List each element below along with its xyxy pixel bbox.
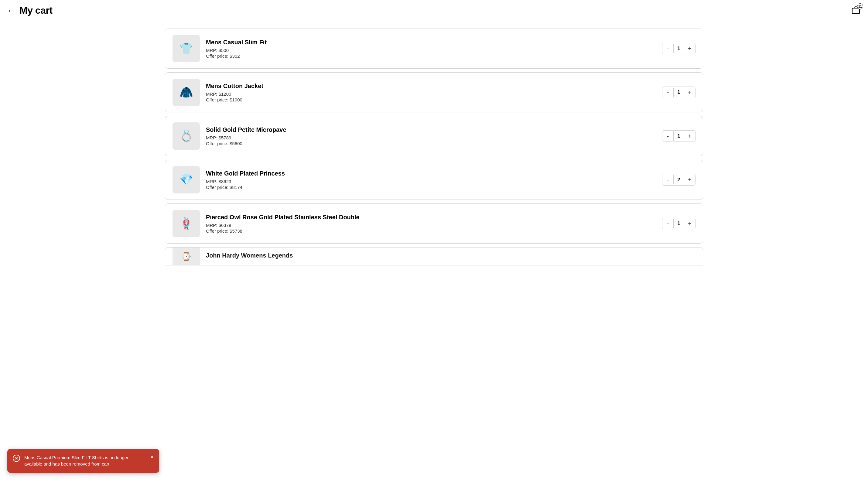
cart-item: 🧥 Mens Cotton Jacket MRP: $1200 Offer pr… [165, 72, 703, 112]
item-image: 💎 [173, 166, 200, 193]
item-image: 🪢 [173, 210, 200, 237]
item-info: Pierced Owl Rose Gold Plated Stainless S… [206, 214, 656, 234]
quantity-value: 1 [673, 219, 684, 228]
item-name: John Hardy Womens Legends [206, 252, 695, 259]
toast-message: Mens Casual Premium Slim Fit T-Shirts is… [24, 454, 146, 468]
item-name: Solid Gold Petite Micropave [206, 126, 656, 133]
quantity-control: - 1 + [662, 130, 695, 142]
decrease-button[interactable]: - [662, 43, 673, 54]
increase-button[interactable]: + [684, 130, 695, 142]
decrease-button[interactable]: - [662, 87, 673, 98]
increase-button[interactable]: + [684, 218, 695, 229]
quantity-control: - 1 + [662, 87, 695, 98]
item-mrp: MRP: $500 [206, 48, 656, 53]
item-icon: 💎 [180, 174, 193, 186]
quantity-control: - 2 + [662, 174, 695, 186]
decrease-button[interactable]: - [662, 218, 673, 229]
item-name: Mens Casual Slim Fit [206, 39, 656, 46]
decrease-button[interactable]: - [662, 174, 673, 185]
item-icon: 💍 [180, 130, 193, 143]
item-info: Solid Gold Petite Micropave MRP: $5789 O… [206, 126, 656, 146]
item-image: ⌚ [173, 247, 200, 266]
increase-button[interactable]: + [684, 43, 695, 54]
quantity-control: - 1 + [662, 43, 695, 54]
item-offer-price: Offer price: $8174 [206, 185, 656, 190]
decrease-button[interactable]: - [662, 130, 673, 142]
toast-close-button[interactable]: × [150, 454, 154, 460]
quantity-value: 1 [673, 44, 684, 53]
increase-button[interactable]: + [684, 174, 695, 185]
item-name: Pierced Owl Rose Gold Plated Stainless S… [206, 214, 656, 221]
cart-badge: 11 [857, 3, 863, 9]
page-title: My cart [20, 5, 53, 16]
item-mrp: MRP: $1200 [206, 91, 656, 97]
cart-item: 💎 White Gold Plated Princess MRP: $8623 … [165, 160, 703, 200]
header-left: ← My cart [7, 5, 53, 16]
quantity-value: 1 [673, 88, 684, 97]
quantity-value: 1 [673, 131, 684, 141]
back-button[interactable]: ← [7, 6, 14, 15]
cart-item: 🪢 Pierced Owl Rose Gold Plated Stainless… [165, 204, 703, 244]
item-icon: 🪢 [180, 217, 193, 230]
item-info: White Gold Plated Princess MRP: $8623 Of… [206, 170, 656, 190]
item-name: White Gold Plated Princess [206, 170, 656, 177]
item-offer-price: Offer price: $1000 [206, 97, 656, 102]
toast-notification: ✕ Mens Casual Premium Slim Fit T-Shirts … [7, 449, 159, 473]
item-info: John Hardy Womens Legends [206, 252, 695, 261]
item-offer-price: Offer price: $352 [206, 54, 656, 59]
item-offer-price: Offer price: $5738 [206, 229, 656, 234]
item-info: Mens Cotton Jacket MRP: $1200 Offer pric… [206, 83, 656, 102]
cart-item: 💍 Solid Gold Petite Micropave MRP: $5789… [165, 116, 703, 156]
item-mrp: MRP: $6379 [206, 222, 656, 228]
item-name: Mens Cotton Jacket [206, 83, 656, 90]
cart-icon-wrapper[interactable]: 11 [851, 5, 861, 16]
back-arrow-icon: ← [7, 6, 14, 15]
item-image: 🧥 [173, 79, 200, 106]
header: ← My cart 11 [0, 0, 868, 21]
item-offer-price: Offer price: $5600 [206, 141, 656, 146]
cart-item-partial: ⌚ John Hardy Womens Legends [165, 247, 703, 266]
item-icon: 🧥 [180, 86, 193, 99]
item-info: Mens Casual Slim Fit MRP: $500 Offer pri… [206, 39, 656, 59]
cart-item: 👕 Mens Casual Slim Fit MRP: $500 Offer p… [165, 29, 703, 69]
toast-error-icon: ✕ [13, 455, 20, 462]
quantity-value: 2 [673, 175, 684, 184]
cart-list: 👕 Mens Casual Slim Fit MRP: $500 Offer p… [0, 21, 868, 273]
item-mrp: MRP: $8623 [206, 179, 656, 184]
item-image: 👕 [173, 35, 200, 62]
item-image: 💍 [173, 122, 200, 150]
increase-button[interactable]: + [684, 87, 695, 98]
quantity-control: - 1 + [662, 218, 695, 229]
item-mrp: MRP: $5789 [206, 135, 656, 140]
item-icon: 👕 [180, 42, 193, 55]
